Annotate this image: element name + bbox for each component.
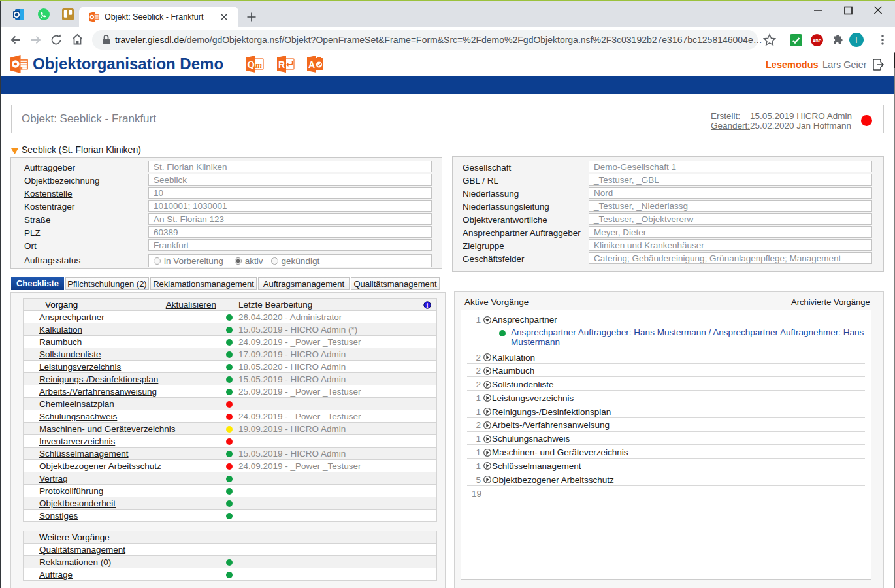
svg-text:R: R — [278, 59, 285, 70]
svg-text:ABP: ABP — [813, 39, 822, 43]
svg-text:i: i — [426, 302, 428, 309]
svg-text:m: m — [255, 60, 262, 70]
svg-text:I: I — [855, 36, 857, 45]
svg-text:Q: Q — [247, 59, 255, 70]
svg-text:A: A — [308, 59, 315, 70]
